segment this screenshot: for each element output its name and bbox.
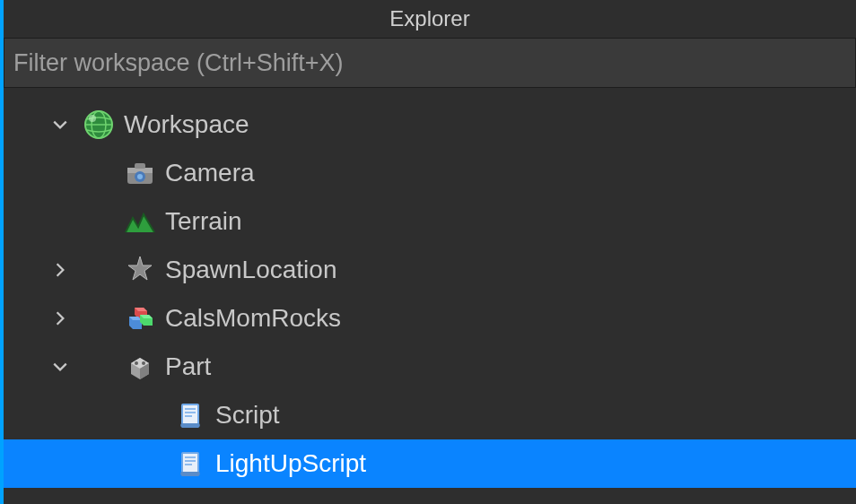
tree-item-label: SpawnLocation: [165, 256, 336, 284]
svg-marker-10: [128, 256, 152, 280]
tree-item-label: Camera: [165, 159, 255, 187]
svg-point-21: [142, 361, 145, 365]
tree-item-label: Workspace: [124, 110, 249, 139]
tree-item-label: Terrain: [165, 207, 242, 236]
svg-point-9: [137, 174, 143, 179]
script-icon: [174, 399, 206, 431]
filter-bar: [4, 38, 856, 88]
tree-item-camera[interactable]: Camera: [4, 149, 856, 197]
tree-item-label: LightUpScript: [215, 449, 366, 478]
camera-icon: [124, 157, 156, 189]
panel-title-bar: Explorer: [4, 0, 856, 38]
chevron-right-icon[interactable]: [47, 305, 74, 332]
chevron-down-icon[interactable]: [47, 111, 74, 138]
tree-item-label: Part: [165, 352, 211, 381]
globe-icon: [83, 109, 115, 141]
tree-item-label: Script: [215, 401, 280, 430]
script-icon: [174, 448, 206, 480]
terrain-icon: [124, 205, 156, 238]
tree-item-label: CalsMomRocks: [165, 304, 341, 333]
svg-point-4: [89, 115, 96, 122]
explorer-tree: Workspace Camera: [4, 88, 856, 504]
explorer-panel: Explorer Workspace: [4, 0, 856, 504]
tree-item-part[interactable]: Part: [4, 343, 856, 391]
chevron-down-icon[interactable]: [47, 353, 74, 380]
spawn-icon: [124, 254, 156, 286]
chevron-right-icon[interactable]: [47, 256, 74, 283]
svg-rect-7: [135, 163, 145, 169]
tree-item-terrain[interactable]: Terrain: [4, 197, 856, 246]
part-icon: [124, 351, 156, 383]
tree-item-spawnlocation[interactable]: SpawnLocation: [4, 246, 856, 294]
tree-item-script[interactable]: Script: [4, 391, 856, 439]
tree-item-model[interactable]: CalsMomRocks: [4, 294, 856, 343]
svg-point-20: [135, 361, 138, 365]
panel-title: Explorer: [389, 6, 469, 31]
model-icon: [124, 302, 156, 335]
tree-item-script-selected[interactable]: LightUpScript: [4, 439, 856, 488]
tree-item-workspace[interactable]: Workspace: [4, 100, 856, 149]
filter-input[interactable]: [13, 49, 846, 77]
